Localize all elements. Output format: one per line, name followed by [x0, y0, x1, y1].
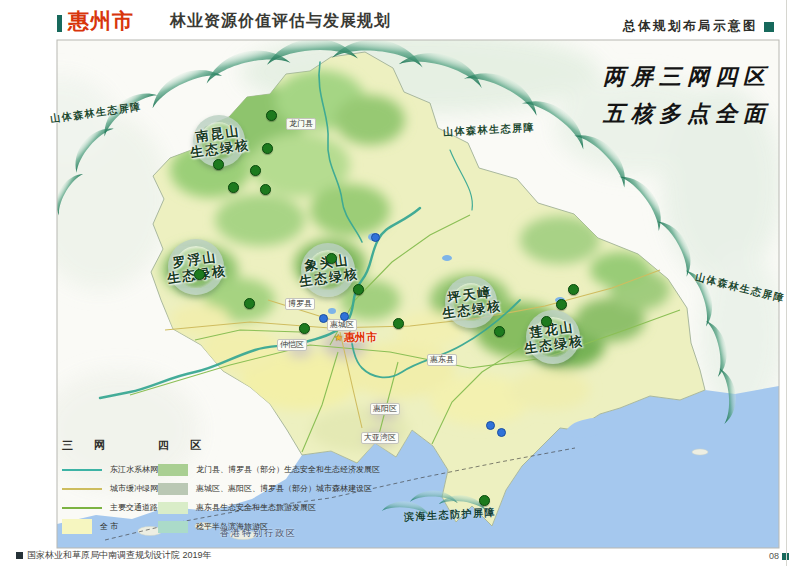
slogan-line-2: 五核多点全面 [584, 95, 790, 132]
green-point-marker [260, 184, 271, 195]
city-label-惠阳区: 惠阳区 [370, 403, 400, 415]
legend-item: 惠城区、惠阳区、博罗县（部分）城市森林建设区 [158, 479, 423, 498]
green-point-marker [244, 298, 255, 309]
subtitle-square-icon [764, 22, 774, 32]
legend-zones: 四 区 龙门县、博罗县（部分）生态安全和生态经济发展区惠城区、惠阳区、博罗县（部… [158, 438, 423, 536]
legend-item-label: 惠东县生态安全和生态旅游发展区 [196, 502, 316, 513]
credit-line: 国家林业和草原局中南调查规划设计院 2019年 [16, 549, 212, 562]
city-label-龙门县: 龙门县 [286, 118, 316, 130]
legend-swatch-line [62, 507, 102, 509]
page-number: 08 [769, 551, 779, 561]
blue-point-marker [319, 314, 328, 323]
green-point-marker [353, 284, 364, 295]
title-accent-bar [57, 15, 62, 32]
blue-point-marker [486, 421, 495, 430]
legend-swatch-fill [158, 521, 188, 533]
city-label-仲恺区: 仲恺区 [277, 339, 307, 351]
legend-item: 龙门县、博罗县（部分）生态安全和生态经济发展区 [158, 460, 423, 479]
credit-square-icon [16, 552, 23, 559]
green-point-marker [393, 318, 404, 329]
green-point-marker [568, 284, 579, 295]
green-point-marker [494, 326, 505, 337]
legend-item-label: 城市缓冲绿网 [110, 483, 158, 494]
blue-point-marker [340, 312, 349, 321]
capital-name: 惠州市 [344, 331, 377, 343]
page-edge-line [786, 0, 787, 566]
city-label-博罗县: 博罗县 [285, 298, 315, 310]
green-point-marker [262, 143, 273, 154]
legend-item-label: 龙门县、博罗县（部分）生态安全和生态经济发展区 [196, 464, 380, 475]
legend-item-label: 东江水系林网 [110, 464, 158, 475]
legend-item-label: 全 市 [100, 521, 118, 532]
page-title: 林业资源价值评估与发展规划 [170, 11, 391, 32]
legend-zones-items: 龙门县、博罗县（部分）生态安全和生态经济发展区惠城区、惠阳区、博罗县（部分）城市… [158, 460, 423, 536]
green-point-marker [556, 299, 567, 310]
legend-swatch-fill [158, 464, 188, 476]
legend-swatch-fill [158, 483, 188, 495]
credit-text: 国家林业和草原局中南调查规划设计院 2019年 [27, 549, 212, 562]
capital-star-icon: ★ [334, 332, 343, 343]
planning-slogan: 两屏三网四区 五核多点全面 [584, 58, 790, 132]
green-point-marker [299, 323, 310, 334]
planning-sheet: 惠州市 林业资源价值评估与发展规划 总体规划布局示意图 两屏三网四区 五核多点全… [0, 0, 800, 566]
green-point-marker [194, 269, 205, 280]
green-point-marker [541, 316, 552, 327]
map-subtitle: 总体规划布局示意图 [623, 18, 758, 35]
green-point-marker [479, 495, 490, 506]
legend-item: 惠东县生态安全和生态旅游发展区 [158, 498, 423, 517]
legend-item-label: 惠城区、惠阳区、博罗县（部分）城市森林建设区 [196, 483, 372, 494]
slogan-line-1: 两屏三网四区 [584, 58, 790, 95]
legend-zones-title: 四 区 [158, 438, 423, 453]
legend-item: 稔平半岛滨海旅游区 [158, 517, 423, 536]
blue-point-marker [371, 233, 380, 242]
green-point-marker [228, 182, 239, 193]
green-point-marker [250, 165, 261, 176]
green-point-marker [266, 110, 277, 121]
page-title-city: 惠州市 [68, 7, 134, 35]
capital-label: ★惠州市 [334, 330, 377, 345]
green-point-marker [326, 253, 337, 264]
legend-swatch-box [62, 519, 92, 534]
green-point-marker [213, 159, 224, 170]
legend-swatch-fill [158, 502, 188, 514]
city-label-惠东县: 惠东县 [427, 354, 457, 366]
legend-swatch-line [62, 469, 102, 471]
map-subtitle-wrap: 总体规划布局示意图 [623, 18, 774, 35]
legend-swatch-line [62, 488, 102, 490]
blue-point-marker [497, 428, 506, 437]
legend-item-label: 稔平半岛滨海旅游区 [196, 521, 268, 532]
